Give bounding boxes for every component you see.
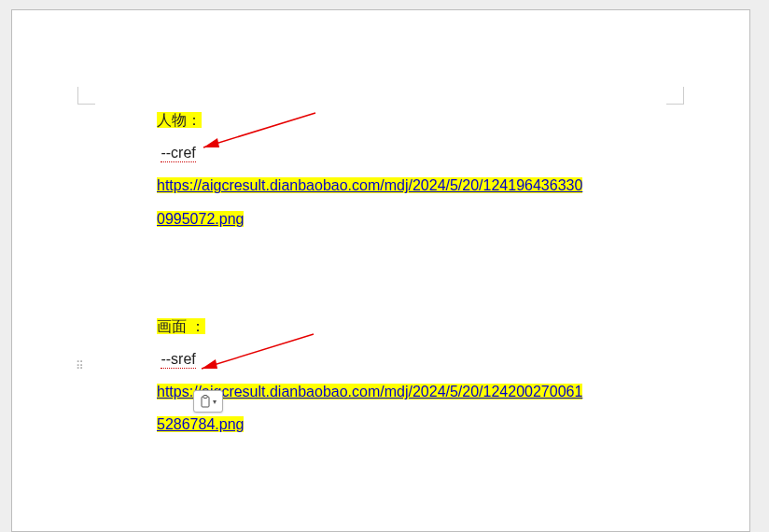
app-viewport: 人物： --cref https://aigcresult.dianbaobao…	[0, 0, 769, 532]
paste-options-button[interactable]: ▾	[193, 390, 223, 413]
section-heading-2[interactable]: 画面 ：	[157, 318, 205, 334]
cref-url-line2[interactable]: 0995072.png	[157, 211, 244, 227]
clipboard-icon	[200, 395, 211, 408]
sref-url-line2[interactable]: 5286784.png	[157, 416, 244, 432]
page-content[interactable]: 人物： --cref https://aigcresult.dianbaobao…	[157, 104, 651, 441]
document-page[interactable]: 人物： --cref https://aigcresult.dianbaobao…	[11, 9, 750, 532]
chevron-down-icon: ▾	[213, 398, 217, 406]
cref-url-line1[interactable]: https://aigcresult.dianbaobao.com/mdj/20…	[157, 177, 582, 193]
section-heading[interactable]: 人物：	[157, 112, 202, 128]
margin-corner-top-left	[77, 87, 95, 105]
sref-flag[interactable]: --sref	[157, 351, 196, 369]
drag-handle-icon[interactable]: ⠿	[76, 363, 86, 369]
sref-flag-text[interactable]: --sref	[161, 351, 195, 369]
section-scene[interactable]: 画面 ： --sref https://aigcresult.dianbaoba…	[157, 310, 651, 441]
margin-corner-top-right	[666, 87, 684, 105]
section-person[interactable]: 人物： --cref https://aigcresult.dianbaobao…	[157, 104, 651, 235]
svg-rect-5	[203, 396, 207, 399]
cref-flag[interactable]: --cref	[157, 145, 196, 162]
cref-flag-text[interactable]: --cref	[161, 145, 195, 162]
